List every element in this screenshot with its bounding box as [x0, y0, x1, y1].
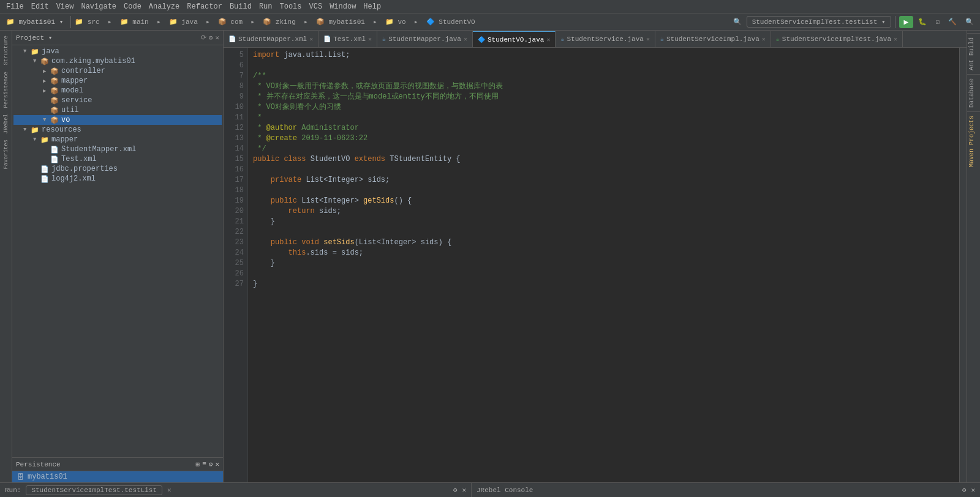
tree-item-package[interactable]: ▼ 📦 com.zking.mybatis01 [13, 56, 222, 66]
menu-window[interactable]: Window [326, 2, 360, 11]
database-panel-button[interactable]: Database [967, 74, 980, 111]
tab-studentserviceimpl-java[interactable]: ☕ StudentServiceImpl.java ✕ [655, 31, 771, 47]
tree-item-mapper-folder[interactable]: ▼ 📁 mapper [13, 135, 222, 144]
left-icon-strip: Structure Persistence JRebel Favorites [0, 31, 12, 482]
tab-close-7[interactable]: ✕ [894, 36, 897, 43]
run-close-icon[interactable]: ✕ [462, 486, 466, 494]
tab-close-1[interactable]: ✕ [309, 36, 313, 43]
jrebel-panel: JRebel Console ⚙ ✕ [2019-11-06 19:29:54]… [472, 483, 980, 497]
tree-item-model[interactable]: ▶ 📦 model [13, 86, 222, 95]
tree-item-log4j2-xml[interactable]: 📄 log4j2.xml [13, 174, 222, 184]
persistence-gear-icon[interactable]: ⚙ [209, 460, 213, 468]
code-content[interactable]: import java.util.List; /** * VO对象一般用于传递参… [248, 48, 959, 482]
jrebel-settings-icon[interactable]: ⚙ [962, 486, 967, 494]
run-config-label: 🔍 [729, 17, 745, 27]
tab-icon-java-3: ☕ [560, 36, 564, 43]
breadcrumb-path: 📁 src ▸ 📁 main ▸ 📁 java ▸ 📦 com ▸ 📦 zkin… [75, 18, 475, 26]
toolbar: 📁 mybatis01 ▾ 📁 src ▸ 📁 main ▸ 📁 java ▸ … [0, 13, 980, 31]
project-close-icon[interactable]: ✕ [215, 34, 219, 42]
persistence-item-mybatis01[interactable]: 🗄 mybatis01 [12, 471, 223, 482]
persistence-panel-button[interactable]: Persistence [2, 69, 10, 110]
menu-code[interactable]: Code [120, 2, 145, 11]
debug-button[interactable]: 🐛 [914, 17, 930, 27]
project-panel-header: Project ▾ ⟳ ⚙ ✕ [12, 31, 223, 45]
persistence-header: Persistence ⊞ ≡ ⚙ ✕ [12, 458, 223, 471]
menu-vcs[interactable]: VCS [306, 2, 326, 11]
favorites-panel-button[interactable]: Favorites [2, 137, 10, 172]
project-selector[interactable]: 📁 mybatis01 ▾ [2, 17, 67, 27]
tab-studentserviceimpltest-java[interactable]: ☕ StudentServiceImplTest.java ✕ [771, 31, 903, 47]
tab-close-6[interactable]: ✕ [762, 36, 766, 43]
persistence-icons: ⊞ ≡ ⚙ ✕ [196, 460, 219, 468]
tree-item-util[interactable]: 📦 util [13, 105, 222, 115]
menu-build[interactable]: Build [226, 2, 255, 11]
tab-icon-java-1: ☕ [382, 36, 386, 43]
tab-icon-xml-2: 📄 [323, 36, 331, 43]
tab-studentservice-java[interactable]: ☕ StudentService.java ✕ [556, 31, 655, 47]
maven-panel-button[interactable]: Maven Projects [967, 111, 980, 171]
build-button[interactable]: 🔨 [944, 17, 960, 27]
structure-panel-button[interactable]: Structure [2, 33, 10, 68]
tab-icon-java-5: ☕ [776, 36, 780, 43]
tab-studentvo-java[interactable]: 🔷 StudentVO.java ✕ [473, 31, 556, 47]
jrebel-header: JRebel Console ⚙ ✕ [472, 483, 980, 497]
menu-run[interactable]: Run [255, 2, 276, 11]
line-numbers: 5 6 7 8 9 10 11 12 13 14 15 16 17 18 19 … [224, 48, 248, 482]
tab-close-3[interactable]: ✕ [464, 36, 467, 43]
ant-build-panel-button[interactable]: Ant Build [967, 33, 980, 74]
menu-file[interactable]: File [2, 2, 28, 11]
menu-view[interactable]: View [53, 2, 78, 11]
tab-test-xml[interactable]: 📄 Test.xml ✕ [318, 31, 377, 47]
tree-item-controller[interactable]: ▶ 📦 controller [13, 66, 222, 76]
tab-studentmapper-java[interactable]: ☕ StudentMapper.java ✕ [377, 31, 473, 47]
toolbar-separator-1 [70, 16, 71, 28]
menu-edit[interactable]: Edit [28, 2, 53, 11]
code-editor: 5 6 7 8 9 10 11 12 13 14 15 16 17 18 19 … [224, 48, 967, 482]
editor-area: 📄 StudentMapper.xml ✕ 📄 Test.xml ✕ ☕ Stu… [224, 31, 967, 482]
jrebel-icons: ⚙ ✕ [962, 486, 975, 494]
persistence-layout-icon[interactable]: ⊞ [196, 460, 200, 468]
persistence-title: Persistence [16, 461, 61, 468]
project-gear-icon[interactable]: ⚙ [209, 34, 213, 42]
tab-icon-java-4: ☕ [660, 36, 664, 43]
project-sync-icon[interactable]: ⟳ [201, 34, 206, 42]
menu-refactor[interactable]: Refactor [183, 2, 226, 11]
tree-item-service[interactable]: 📦 service [13, 95, 222, 105]
persistence-list-icon[interactable]: ≡ [202, 460, 206, 468]
menu-help[interactable]: Help [360, 2, 385, 11]
tree-item-vo[interactable]: ▼ 📦 vo [13, 115, 222, 125]
search-button[interactable]: 🔍 [962, 17, 978, 27]
main-layout: Structure Persistence JRebel Favorites P… [0, 31, 980, 482]
tree-item-jdbc-properties[interactable]: 📄 jdbc.properties [13, 164, 222, 174]
menu-tools[interactable]: Tools [276, 2, 306, 11]
project-panel: Project ▾ ⟳ ⚙ ✕ ▼ 📁 java ▼ 📦 com.zking.m… [12, 31, 224, 482]
jrebel-close-icon[interactable]: ✕ [971, 486, 975, 494]
tab-icon-java-2: 🔷 [478, 36, 485, 43]
run-button[interactable]: ▶ [899, 16, 914, 28]
jrebel-panel-button[interactable]: JRebel [2, 111, 10, 136]
toolbar-separator-2 [895, 16, 895, 28]
tree-item-studentmapper-xml[interactable]: 📄 StudentMapper.xml [13, 144, 222, 154]
menu-navigate[interactable]: Navigate [77, 2, 120, 11]
tab-bar: 📄 StudentMapper.xml ✕ 📄 Test.xml ✕ ☕ Stu… [224, 31, 967, 48]
menu-analyze[interactable]: Analyze [145, 2, 183, 11]
run-tab[interactable]: StudentServiceImplTest.testList [26, 485, 162, 495]
tab-close-4[interactable]: ✕ [546, 36, 550, 43]
menu-bar: File Edit View Navigate Code Analyze Ref… [0, 0, 980, 13]
tree-item-resources[interactable]: ▼ 📁 resources [13, 125, 222, 135]
scroll-indicator[interactable] [959, 48, 967, 482]
run-config-selector[interactable]: StudentServiceImplTest.testList ▾ [747, 16, 891, 28]
run-settings-icon[interactable]: ⚙ [453, 486, 458, 494]
tree-item-test-xml[interactable]: 📄 Test.xml [13, 154, 222, 164]
run-tab-close[interactable]: ✕ [167, 486, 172, 494]
jrebel-title: JRebel Console [477, 487, 533, 494]
tree-item-java[interactable]: ▼ 📁 java [13, 47, 222, 56]
tab-studentmapper-xml[interactable]: 📄 StudentMapper.xml ✕ [224, 31, 318, 47]
tab-close-2[interactable]: ✕ [368, 36, 372, 43]
tree-item-mapper[interactable]: ▶ 📦 mapper [13, 76, 222, 86]
coverage-button[interactable]: ☑ [932, 17, 943, 27]
run-panel: Run: StudentServiceImplTest.testList ✕ ⚙… [0, 483, 472, 497]
right-panel-strip: Ant Build Database Maven Projects [967, 31, 980, 482]
tab-close-5[interactable]: ✕ [646, 36, 650, 43]
persistence-close-icon[interactable]: ✕ [215, 460, 219, 468]
